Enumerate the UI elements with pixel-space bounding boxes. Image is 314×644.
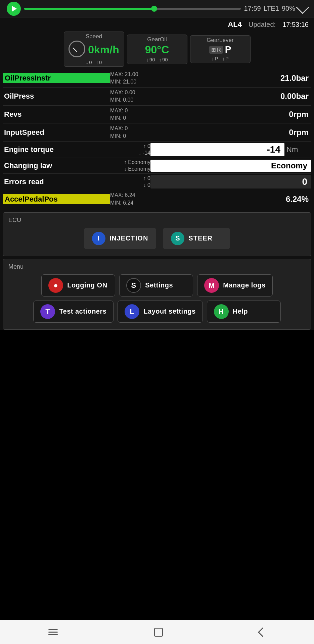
ecu-section: ECU I INJECTION S STEER [3,212,311,256]
speed-arrows: ↓ 0 ↑ 0 [86,59,102,65]
manage-logs-button[interactable]: M Manage logs [197,274,273,297]
al4-label: AL4 [228,20,242,29]
injection-icon: I [92,232,105,245]
oil-press-instr-label: OilPressInstr [3,73,110,83]
errors-read-value: 0 [150,175,311,189]
gearoil-value: 90°C [145,44,169,56]
menu-section-label: Menu [8,263,306,270]
changing-law-value: Economy [150,160,311,172]
nav-menu-button[interactable] [48,629,58,635]
layout-settings-icon: L [125,304,139,319]
input-speed-value: 0rpm [164,128,311,137]
logging-on-button[interactable]: ● Logging ON [41,274,115,297]
menu-lines-icon [48,629,58,635]
speed-value: 0km/h [88,44,119,56]
play-icon [12,6,17,12]
layout-settings-button[interactable]: L Layout settings [118,301,203,323]
manage-logs-label: Manage logs [223,281,266,289]
manage-logs-icon: M [204,278,219,293]
play-button[interactable] [7,2,21,16]
gearlever-value: ⊞ R P [209,44,231,55]
engine-torque-unit: Nm [284,145,311,154]
table-row: Revs MAX: 0 MIN: 0 0rpm [3,106,311,124]
back-chevron-icon [258,627,267,637]
test-actioners-button[interactable]: T Test actioners [33,301,114,323]
engine-torque-value: -14 [150,143,284,156]
injection-button[interactable]: I INJECTION [84,228,156,249]
settings-label: Settings [145,281,173,289]
steer-icon: S [171,232,184,245]
status-right: 17:59 LTE1 90% [244,5,307,12]
main-content: AL4 Updated: 17:53:16 Speed 0km/h ↓ 0 ↑ … [0,17,314,330]
progress-bar[interactable] [24,8,241,10]
revs-value: 0rpm [164,110,311,119]
gauge-row: Speed 0km/h ↓ 0 ↑ 0 GearOil 90° [0,30,314,69]
data-section: OilPressInstr MAX: 21.00 MIN: 21.00 21.0… [0,69,314,208]
gearlever-title: GearLever [207,37,233,44]
engine-torque-label: Engine torque [3,145,110,154]
oil-press-instr-value: 21.0bar [164,73,311,83]
errors-read-label: Errors read [3,177,110,186]
gear-icon: ⊞ R [209,46,223,54]
gearoil-arrow-down: ↓ 90 [146,57,155,62]
chevron-down-icon[interactable] [296,1,309,14]
gearlever-arrows: ↓ P ↑ P [212,56,229,61]
gearoil-gauge: GearOil 90°C ↓ 90 ↑ 90 [127,35,187,64]
table-row: Changing law ↑ Economy ↓ Economy Economy [3,158,311,174]
accel-pedal-pos-value: 6.24% [164,195,311,204]
table-row: OilPressInstr MAX: 21.00 MIN: 21.00 21.0… [3,69,311,88]
changing-law-label: Changing law [3,161,110,170]
ecu-buttons: I INJECTION S STEER [8,228,306,249]
layout-settings-label: Layout settings [143,308,195,315]
gearlever-arrow-down: ↓ P [212,56,218,61]
accel-pedal-pos-minmax: MAX: 6.24 MIN: 6.24 [110,192,164,207]
table-row: InputSpeed MAX: 0 MIN: 0 0rpm [3,123,311,142]
oil-press-instr-minmax: MAX: 21.00 MIN: 21.00 [110,71,164,86]
revs-label: Revs [3,110,110,119]
status-time: 17:59 [244,5,261,12]
table-row: Engine torque ↑ 0 ↓ -14 -14 Nm [3,142,311,158]
speedometer-icon [69,41,85,57]
revs-minmax: MAX: 0 MIN: 0 [110,107,164,122]
updated-label: Updated: [249,21,276,29]
nav-home-button[interactable] [154,628,163,637]
gearlever-gauge: GearLever ⊞ R P ↓ P ↑ P [190,35,251,63]
oil-press-minmax: MAX: 0.00 MIN: 0.00 [110,89,164,104]
errors-read-arrows: ↑ 0 ↓ 0 [110,175,150,188]
table-row: AccelPedalPos MAX: 6.24 MIN: 6.24 6.24% [3,190,311,208]
speedometer-needle [73,48,77,52]
menu-section: Menu ● Logging ON S Settings M Manage lo… [3,259,311,330]
changing-law-arrows: ↑ Economy ↓ Economy [110,159,150,172]
signal-label: LTE1 [264,5,279,12]
settings-button[interactable]: S Settings [119,274,193,297]
speed-gauge: Speed 0km/h ↓ 0 ↑ 0 [64,32,124,67]
test-actioners-icon: T [40,304,55,319]
home-square-icon [154,628,163,637]
steer-button[interactable]: S STEER [163,228,230,249]
oil-press-value: 0.00bar [164,92,311,101]
status-bar: 17:59 LTE1 90% [0,0,314,17]
help-button[interactable]: H Help [207,301,281,323]
steer-label: STEER [188,234,213,242]
speed-title: Speed [86,33,102,40]
menu-grid: ● Logging ON S Settings M Manage logs T … [8,274,306,323]
header-time: 17:53:16 [282,21,309,29]
test-actioners-label: Test actioners [59,308,106,315]
oil-press-label: OilPress [3,92,110,101]
accel-pedal-pos-label: AccelPedalPos [3,194,110,204]
gearoil-arrow-up: ↑ 90 [159,57,168,62]
injection-label: INJECTION [109,234,148,242]
progress-thumb [151,6,157,12]
nav-back-button[interactable] [259,629,266,636]
progress-fill [24,8,154,10]
table-row: Errors read ↑ 0 ↓ 0 0 [3,174,311,190]
input-speed-minmax: MAX: 0 MIN: 0 [110,125,164,140]
battery-label: 90% [282,5,295,12]
input-speed-label: InputSpeed [3,128,110,137]
help-label: Help [233,308,248,315]
bottom-nav [0,620,314,644]
logging-label: Logging ON [67,281,107,289]
speed-arrow-up: ↑ 0 [96,59,102,65]
settings-icon: S [126,278,141,293]
gearoil-title: GearOil [147,36,167,43]
